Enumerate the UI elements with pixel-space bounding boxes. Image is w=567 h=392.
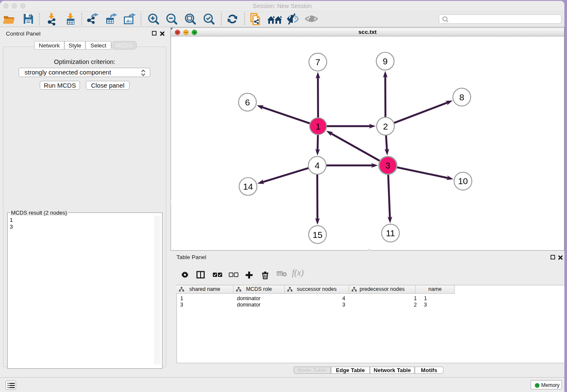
svg-text:3: 3 xyxy=(385,160,391,170)
svg-text:6: 6 xyxy=(245,97,250,107)
svg-text:10: 10 xyxy=(458,176,468,186)
svg-text:4: 4 xyxy=(315,160,320,170)
svg-text:14: 14 xyxy=(243,182,253,191)
svg-text:11: 11 xyxy=(386,228,395,238)
svg-text:8: 8 xyxy=(459,92,464,102)
svg-text:7: 7 xyxy=(315,57,320,67)
svg-text:9: 9 xyxy=(383,56,388,66)
svg-text:2: 2 xyxy=(383,121,388,131)
svg-text:15: 15 xyxy=(313,230,322,240)
svg-text:1: 1 xyxy=(316,121,321,131)
